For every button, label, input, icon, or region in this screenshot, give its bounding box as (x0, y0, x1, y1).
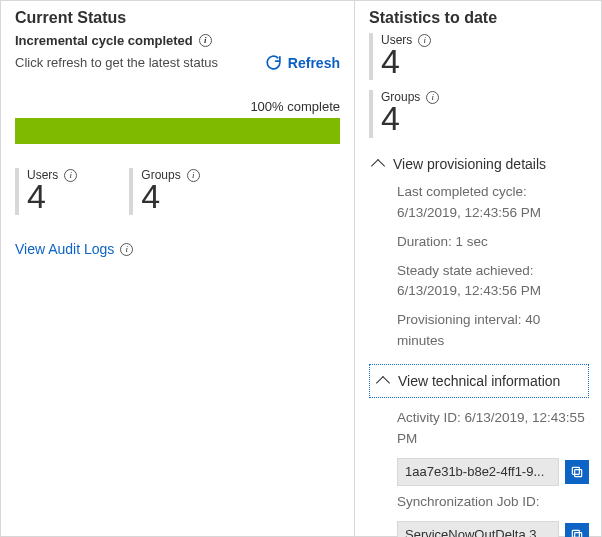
duration-row: Duration: 1 sec (397, 232, 589, 253)
steady-state-row: Steady state achieved: 6/13/2019, 12:43:… (397, 261, 589, 303)
svg-rect-0 (575, 470, 582, 477)
info-icon[interactable]: i (199, 34, 212, 47)
duration-label: Duration: (397, 234, 452, 249)
stat-groups-value: 4 (381, 100, 589, 137)
last-cycle-value: 6/13/2019, 12:43:56 PM (397, 205, 541, 220)
technical-information: View technical information Activity ID: … (369, 364, 589, 537)
chevron-up-icon (376, 376, 390, 390)
refresh-icon (265, 54, 282, 71)
metric-users: Users i 4 (15, 168, 77, 215)
duration-value: 1 sec (456, 234, 488, 249)
refresh-hint: Click refresh to get the latest status (15, 55, 218, 70)
progress-bar (15, 118, 340, 144)
provisioning-details-toggle[interactable]: View provisioning details (369, 150, 589, 182)
progress-label: 100% complete (15, 99, 340, 114)
info-icon[interactable]: i (187, 169, 200, 182)
svg-rect-2 (575, 533, 582, 537)
steady-state-value: 6/13/2019, 12:43:56 PM (397, 283, 541, 298)
interval-row: Provisioning interval: 40 minutes (397, 310, 589, 352)
sync-job-id-label: Synchronization Job ID: (397, 494, 540, 509)
sync-job-id-field[interactable]: ServiceNowOutDelta.3... (397, 521, 559, 537)
provisioning-details: View provisioning details Last completed… (369, 150, 589, 352)
current-status-panel: Current Status Incremental cycle complet… (1, 1, 355, 536)
info-icon[interactable]: i (418, 34, 431, 47)
steady-state-label: Steady state achieved: (397, 263, 534, 278)
info-icon[interactable]: i (120, 243, 133, 256)
refresh-label: Refresh (288, 55, 340, 71)
copy-activity-id-button[interactable] (565, 460, 589, 484)
stat-users-value: 4 (381, 43, 589, 80)
last-cycle-label: Last completed cycle: (397, 184, 527, 199)
audit-logs-row: View Audit Logs i (15, 241, 133, 257)
page-title: Current Status (15, 9, 340, 27)
metric-groups: Groups i 4 (129, 168, 199, 215)
cycle-status-text: Incremental cycle completed (15, 33, 193, 48)
technical-information-toggle[interactable]: View technical information (369, 364, 589, 398)
activity-id-row: Activity ID: 6/13/2019, 12:43:55 PM (397, 408, 589, 450)
info-icon[interactable]: i (64, 169, 77, 182)
technical-information-header: View technical information (398, 373, 560, 389)
last-cycle-row: Last completed cycle: 6/13/2019, 12:43:5… (397, 182, 589, 224)
sync-job-id-row: Synchronization Job ID: (397, 492, 589, 513)
stats-title: Statistics to date (369, 9, 589, 27)
copy-sync-job-id-button[interactable] (565, 523, 589, 537)
chevron-up-icon (371, 159, 385, 173)
activity-id-label: Activity ID: (397, 410, 461, 425)
activity-id-field[interactable]: 1aa7e31b-b8e2-4ff1-9... (397, 458, 559, 486)
interval-label: Provisioning interval: (397, 312, 522, 327)
svg-rect-3 (572, 531, 579, 537)
cycle-status-row: Incremental cycle completed i (15, 33, 340, 48)
stat-users: Users i 4 (369, 33, 589, 80)
provisioning-details-header: View provisioning details (393, 156, 546, 172)
metric-users-value: 4 (27, 178, 77, 215)
stat-groups: Groups i 4 (369, 90, 589, 137)
refresh-button[interactable]: Refresh (265, 54, 340, 71)
metric-groups-value: 4 (141, 178, 199, 215)
view-audit-logs-link[interactable]: View Audit Logs (15, 241, 114, 257)
svg-rect-1 (572, 467, 579, 474)
statistics-panel: Statistics to date Users i 4 Groups i 4 … (355, 1, 601, 536)
